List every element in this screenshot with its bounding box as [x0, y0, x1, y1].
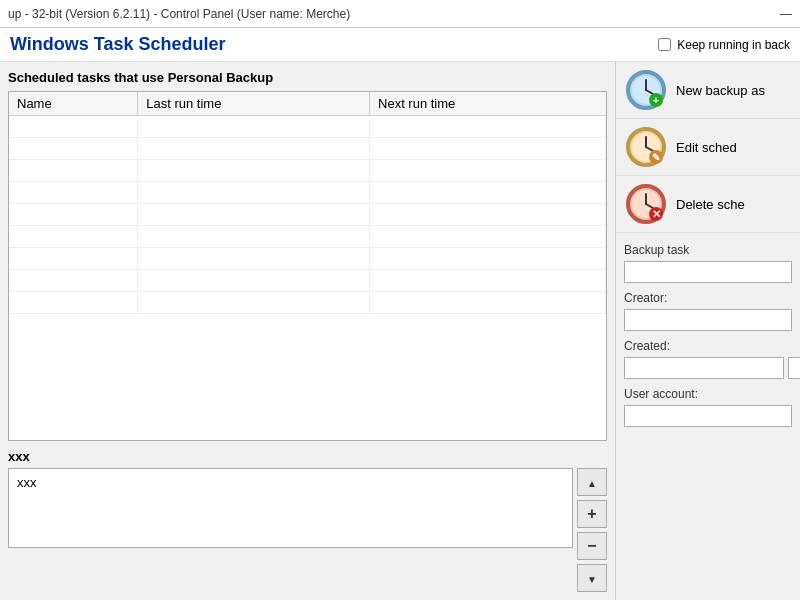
detail-section: Backup task Creator: Created: User accou… [616, 233, 800, 600]
edit-schedule-button[interactable]: ✎ Edit sched [616, 119, 800, 176]
keep-running-checkbox[interactable] [658, 38, 671, 51]
new-backup-button[interactable]: + New backup as [616, 62, 800, 119]
new-backup-icon: + [626, 70, 666, 110]
arrow-down-icon [587, 570, 597, 586]
table-row [9, 292, 606, 314]
table-row [9, 204, 606, 226]
delete-schedule-button[interactable]: ✕ Delete sche [616, 176, 800, 233]
created-input[interactable] [624, 357, 784, 379]
list-item[interactable]: xxx [15, 473, 566, 492]
svg-text:+: + [653, 94, 659, 106]
titlebar: up - 32-bit (Version 6.2.11) - Control P… [0, 0, 800, 28]
table-row [9, 116, 606, 138]
list-row: xxx [8, 468, 607, 592]
table-row [9, 160, 606, 182]
list-add-button[interactable] [577, 500, 607, 528]
user-account-input[interactable] [624, 405, 792, 427]
svg-text:✎: ✎ [652, 152, 660, 163]
edit-schedule-label: Edit sched [676, 140, 737, 155]
left-panel: Scheduled tasks that use Personal Backup… [0, 62, 615, 600]
col-last-run: Last run time [138, 92, 370, 116]
table-row [9, 138, 606, 160]
app-title: Windows Task Scheduler [10, 34, 226, 55]
table-row [9, 226, 606, 248]
created-row [624, 357, 792, 379]
right-panel: + New backup as ✎ E [615, 62, 800, 600]
titlebar-text: up - 32-bit (Version 6.2.11) - Control P… [8, 7, 350, 21]
table-row [9, 270, 606, 292]
list-box[interactable]: xxx [8, 468, 573, 548]
table-row [9, 182, 606, 204]
col-name: Name [9, 92, 138, 116]
list-label: xxx [8, 449, 607, 464]
backup-task-label: Backup task [624, 243, 792, 257]
creator-input[interactable] [624, 309, 792, 331]
user-account-label: User account: [624, 387, 792, 401]
list-down-button[interactable] [577, 564, 607, 592]
delete-schedule-label: Delete sche [676, 197, 745, 212]
backup-task-input[interactable] [624, 261, 792, 283]
delete-schedule-icon: ✕ [626, 184, 666, 224]
svg-text:✕: ✕ [652, 208, 661, 220]
keep-running-label: Keep running in back [677, 38, 790, 52]
arrow-up-icon [587, 474, 597, 490]
created-label: Created: [624, 339, 792, 353]
table-row [9, 248, 606, 270]
keep-running-area: Keep running in back [658, 38, 790, 52]
list-buttons [577, 468, 607, 592]
list-up-button[interactable] [577, 468, 607, 496]
new-backup-label: New backup as [676, 83, 765, 98]
minus-icon [587, 537, 596, 555]
plus-icon [587, 505, 596, 523]
header-bar: Windows Task Scheduler Keep running in b… [0, 28, 800, 62]
bottom-list-area: xxx xxx [8, 449, 607, 592]
col-next-run: Next run time [370, 92, 606, 116]
creator-label: Creator: [624, 291, 792, 305]
edit-schedule-icon: ✎ [626, 127, 666, 167]
list-remove-button[interactable] [577, 532, 607, 560]
created-extra-input[interactable] [788, 357, 800, 379]
task-table[interactable]: Name Last run time Next run time [8, 91, 607, 441]
section-title: Scheduled tasks that use Personal Backup [8, 70, 607, 85]
titlebar-close[interactable]: — [780, 7, 792, 21]
